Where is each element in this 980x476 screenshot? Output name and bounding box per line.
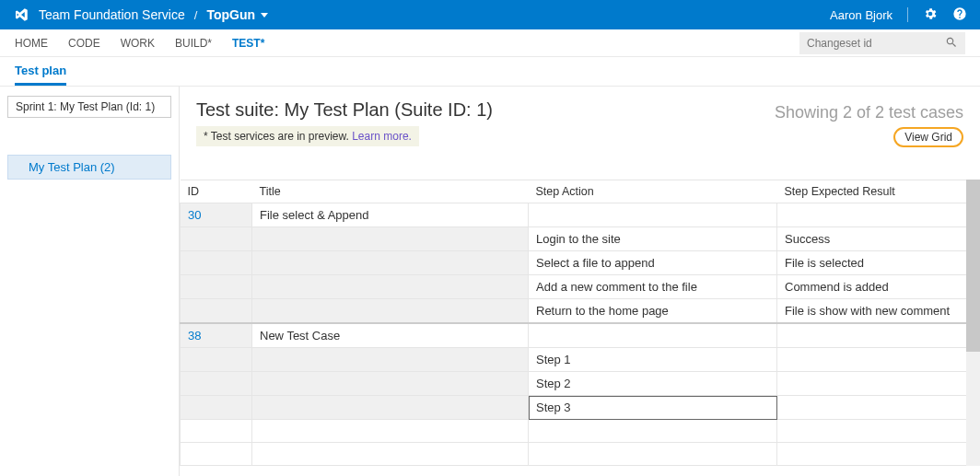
- table-row[interactable]: Step 3: [181, 396, 980, 420]
- view-label: View: [904, 131, 928, 144]
- changeset-search[interactable]: [799, 32, 965, 54]
- table-row[interactable]: Step 2: [181, 372, 980, 396]
- grid-cell[interactable]: [181, 275, 252, 299]
- col-header-action[interactable]: Step Action: [529, 180, 777, 203]
- view-toggle[interactable]: View Grid: [893, 127, 963, 147]
- table-row[interactable]: [181, 420, 980, 443]
- grid-cell[interactable]: [777, 396, 980, 420]
- learn-more-link[interactable]: Learn more.: [352, 130, 412, 143]
- col-header-id[interactable]: ID: [181, 180, 252, 203]
- vertical-scrollbar[interactable]: [966, 180, 980, 466]
- grid-cell[interactable]: [181, 372, 252, 396]
- grid-cell[interactable]: [777, 443, 980, 466]
- grid-cell[interactable]: [777, 348, 980, 372]
- grid-cell[interactable]: [777, 420, 980, 443]
- grid-cell[interactable]: [252, 420, 529, 443]
- showing-count: Showing 2 of 2 test cases: [775, 103, 963, 122]
- gear-icon[interactable]: [923, 6, 938, 24]
- grid-cell[interactable]: [181, 420, 252, 443]
- grid-cell[interactable]: File select & Append: [252, 203, 529, 227]
- grid-cell[interactable]: [252, 443, 529, 466]
- nav-test[interactable]: TEST*: [232, 37, 264, 56]
- grid-cell[interactable]: Add a new comment to the file: [529, 275, 777, 299]
- grid-cell[interactable]: Step 2: [529, 372, 777, 396]
- grid-cell[interactable]: [252, 275, 529, 299]
- view-value: Grid: [931, 131, 952, 144]
- user-name[interactable]: Aaron Bjork: [830, 8, 892, 22]
- grid-cell[interactable]: [529, 420, 777, 443]
- topbar-right: Aaron Bjork: [830, 6, 967, 24]
- scrollbar-thumb[interactable]: [966, 180, 980, 352]
- grid-cell[interactable]: [181, 299, 252, 324]
- table-row[interactable]: Login to the siteSuccess: [181, 227, 980, 251]
- table-row[interactable]: [181, 443, 980, 466]
- grid-cell[interactable]: [777, 372, 980, 396]
- grid-cell[interactable]: File is selected: [777, 251, 980, 275]
- chevron-down-icon: [261, 13, 268, 17]
- table-row[interactable]: 38New Test Case: [181, 323, 980, 348]
- content-header: Test suite: My Test Plan (Suite ID: 1) *…: [180, 87, 980, 152]
- grid-cell[interactable]: [181, 251, 252, 275]
- body: Sprint 1: My Test Plan (Id: 1) My Test P…: [0, 87, 980, 476]
- preview-message: * Test services are in preview. Learn mo…: [196, 126, 419, 146]
- nav-code[interactable]: CODE: [68, 37, 100, 56]
- grid-cell[interactable]: [181, 227, 252, 251]
- sidebar: Sprint 1: My Test Plan (Id: 1) My Test P…: [0, 87, 180, 476]
- grid-cell[interactable]: [252, 251, 529, 275]
- table-row[interactable]: Add a new comment to the fileCommend is …: [181, 275, 980, 299]
- grid-cell[interactable]: New Test Case: [252, 323, 529, 348]
- help-icon[interactable]: [952, 6, 967, 24]
- top-app-bar: Team Foundation Service / TopGun Aaron B…: [0, 0, 980, 29]
- table-row[interactable]: 30File select & Append: [181, 203, 980, 227]
- grid-cell[interactable]: Success: [777, 227, 980, 251]
- plan-tree: My Test Plan (2): [7, 155, 171, 180]
- content: Test suite: My Test Plan (Suite ID: 1) *…: [180, 87, 980, 476]
- grid-cell[interactable]: 30: [181, 203, 252, 227]
- table-row[interactable]: Return to the home pageFile is show with…: [181, 299, 980, 324]
- col-header-expected[interactable]: Step Expected Result: [777, 180, 980, 203]
- divider: [907, 7, 908, 22]
- table-row[interactable]: Select a file to appendFile is selected: [181, 251, 980, 275]
- search-icon[interactable]: [945, 36, 958, 52]
- grid-header-row: ID Title Step Action Step Expected Resul…: [181, 180, 980, 203]
- grid-cell[interactable]: [181, 443, 252, 466]
- table-row[interactable]: Step 1: [181, 348, 980, 372]
- breadcrumb-separator: /: [194, 8, 198, 22]
- grid-cell[interactable]: [529, 443, 777, 466]
- subnav-testplan[interactable]: Test plan: [15, 64, 66, 86]
- grid-cell[interactable]: Select a file to append: [529, 251, 777, 275]
- grid-cell[interactable]: 38: [181, 323, 252, 348]
- grid-cell[interactable]: [777, 203, 980, 227]
- grid-cell[interactable]: [252, 372, 529, 396]
- grid-cell[interactable]: Commend is added: [777, 275, 980, 299]
- grid-cell[interactable]: [181, 396, 252, 420]
- project-dropdown[interactable]: TopGun: [206, 7, 268, 22]
- nav-home[interactable]: HOME: [15, 37, 48, 56]
- nav-build[interactable]: BUILD*: [175, 37, 212, 56]
- project-name: TopGun: [206, 7, 255, 22]
- grid-cell[interactable]: [252, 227, 529, 251]
- preview-text: * Test services are in preview.: [204, 130, 352, 143]
- grid-cell[interactable]: Login to the site: [529, 227, 777, 251]
- vs-logo-icon[interactable]: [13, 6, 29, 23]
- grid-cell[interactable]: [777, 323, 980, 348]
- col-header-title[interactable]: Title: [252, 180, 529, 203]
- grid-cell[interactable]: [252, 299, 529, 324]
- service-name[interactable]: Team Foundation Service: [39, 7, 185, 22]
- plan-tree-item[interactable]: My Test Plan (2): [7, 155, 171, 180]
- grid-cell[interactable]: [252, 396, 529, 420]
- sub-nav: Test plan: [0, 57, 980, 87]
- grid-cell[interactable]: [181, 348, 252, 372]
- grid-table: ID Title Step Action Step Expected Resul…: [180, 180, 980, 466]
- grid-cell[interactable]: Step 1: [529, 348, 777, 372]
- plan-selector[interactable]: Sprint 1: My Test Plan (Id: 1): [7, 96, 171, 118]
- grid-cell[interactable]: [529, 323, 777, 348]
- grid-cell[interactable]: Return to the home page: [529, 299, 777, 324]
- nav-work[interactable]: WORK: [121, 37, 155, 56]
- hub-nav: HOME CODE WORK BUILD* TEST*: [0, 29, 980, 57]
- grid-cell[interactable]: Step 3: [529, 396, 777, 420]
- grid-cell[interactable]: File is show with new comment: [777, 299, 980, 324]
- grid-cell[interactable]: [529, 203, 777, 227]
- grid-cell[interactable]: [252, 348, 529, 372]
- changeset-input[interactable]: [807, 37, 945, 50]
